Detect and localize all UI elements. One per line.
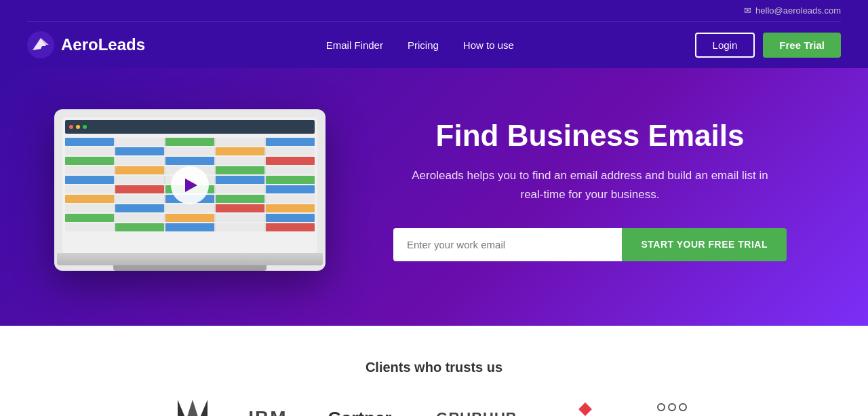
grubhub-logo: GRUBHUB: [436, 409, 517, 416]
main-nav: Email Finder Pricing How to use: [326, 39, 514, 51]
contact-email: ✉ hello@aeroleads.com: [744, 5, 841, 16]
cta-row: START YOUR FREE TRIAL: [393, 228, 787, 261]
play-button[interactable]: [171, 166, 209, 204]
adobe-icon: [178, 400, 208, 416]
header: ✉ hello@aeroleads.com AeroLeads Email Fi…: [0, 0, 868, 68]
hero-section: Find Business Emails Aeroleads helps you…: [0, 68, 868, 326]
tata-logo: TATA: [654, 403, 690, 416]
mail-icon: ✉: [744, 5, 751, 16]
hero-subtitle: Aeroleads helps you to find an email add…: [400, 166, 780, 203]
svg-marker-2: [197, 400, 208, 416]
header-main-bar: AeroLeads Email Finder Pricing How to us…: [27, 22, 841, 68]
free-trial-button[interactable]: Free Trial: [763, 33, 841, 58]
ibm-logo: IBM: [248, 407, 287, 416]
svg-marker-3: [184, 400, 201, 416]
hero-laptop-image: [54, 109, 326, 271]
logo[interactable]: AeroLeads: [27, 31, 145, 58]
aeroleads-logo-icon: [27, 31, 54, 58]
svg-marker-1: [178, 400, 189, 416]
nav-email-finder[interactable]: Email Finder: [326, 39, 383, 51]
hero-content: Find Business Emails Aeroleads helps you…: [366, 119, 814, 261]
header-top-bar: ✉ hello@aeroleads.com: [27, 0, 841, 22]
nav-pricing[interactable]: Pricing: [408, 39, 439, 51]
header-actions: Login Free Trial: [695, 33, 841, 58]
play-icon: [185, 178, 197, 192]
adobe-logo: Adobe: [178, 400, 208, 416]
tata-circles-icon: [657, 403, 687, 411]
dominos-diamond-icon: [578, 402, 592, 416]
logo-text: AeroLeads: [61, 35, 145, 54]
hero-title: Find Business Emails: [366, 119, 814, 153]
gartner-logo: Gartner.: [328, 408, 396, 417]
email-input[interactable]: [393, 228, 622, 261]
clients-logos: Adobe IBM Gartner. GRUBHUB Domino's TATA: [54, 400, 814, 416]
clients-section: Clients who trusts us Adobe IBM Gartner.…: [0, 326, 868, 416]
nav-how-to-use[interactable]: How to use: [463, 39, 514, 51]
login-button[interactable]: Login: [695, 33, 755, 58]
clients-title: Clients who trusts us: [54, 360, 814, 375]
dominos-logo: Domino's: [558, 404, 613, 417]
start-free-trial-button[interactable]: START YOUR FREE TRIAL: [622, 228, 787, 261]
